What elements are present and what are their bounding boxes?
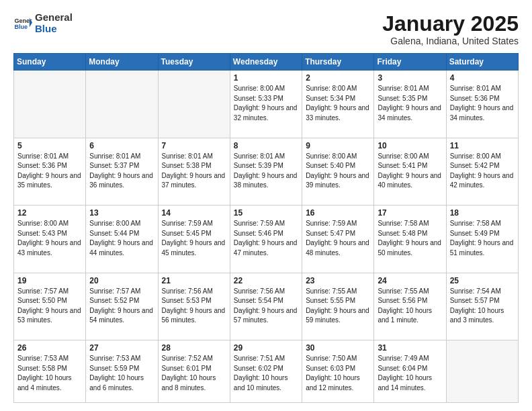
day-number: 19 [17,276,82,285]
day-info: Sunrise: 8:00 AM Sunset: 5:34 PM Dayligh… [306,84,370,123]
table-row: 19Sunrise: 7:57 AM Sunset: 5:50 PM Dayli… [14,273,86,340]
day-info: Sunrise: 7:59 AM Sunset: 5:47 PM Dayligh… [306,219,370,258]
day-number: 31 [378,343,442,353]
table-row: 28Sunrise: 7:52 AM Sunset: 6:01 PM Dayli… [158,340,230,403]
month-title: January 2025 [382,12,519,36]
table-row: 9Sunrise: 8:00 AM Sunset: 5:40 PM Daylig… [302,138,374,205]
day-number: 23 [306,276,370,285]
day-number: 27 [89,343,154,353]
table-row: 20Sunrise: 7:57 AM Sunset: 5:52 PM Dayli… [86,273,158,340]
calendar: Sunday Monday Tuesday Wednesday Thursday… [13,53,519,403]
header-thursday: Thursday [302,54,374,71]
day-info: Sunrise: 7:57 AM Sunset: 5:50 PM Dayligh… [17,287,82,326]
day-info: Sunrise: 8:00 AM Sunset: 5:41 PM Dayligh… [378,152,442,191]
table-row: 30Sunrise: 7:50 AM Sunset: 6:03 PM Dayli… [302,340,374,403]
calendar-week-row: 19Sunrise: 7:57 AM Sunset: 5:50 PM Dayli… [14,273,519,340]
day-number: 24 [378,276,442,285]
table-row: 27Sunrise: 7:53 AM Sunset: 5:59 PM Dayli… [86,340,158,403]
day-number: 18 [450,208,515,218]
day-number: 20 [89,276,154,285]
day-number: 30 [306,343,370,353]
day-number: 29 [234,343,298,353]
calendar-week-row: 1Sunrise: 8:00 AM Sunset: 5:33 PM Daylig… [14,71,519,138]
day-number: 7 [162,141,226,150]
day-info: Sunrise: 7:53 AM Sunset: 5:58 PM Dayligh… [17,354,82,393]
day-info: Sunrise: 7:59 AM Sunset: 5:45 PM Dayligh… [162,219,226,258]
day-number: 3 [378,73,442,83]
calendar-week-row: 12Sunrise: 8:00 AM Sunset: 5:43 PM Dayli… [14,205,519,273]
table-row: 31Sunrise: 7:49 AM Sunset: 6:04 PM Dayli… [374,340,446,403]
day-number: 12 [17,208,82,218]
table-row: 13Sunrise: 8:00 AM Sunset: 5:44 PM Dayli… [86,205,158,273]
day-info: Sunrise: 8:00 AM Sunset: 5:33 PM Dayligh… [234,84,298,123]
logo-general-text: General [35,11,73,23]
table-row: 3Sunrise: 8:01 AM Sunset: 5:35 PM Daylig… [374,71,446,138]
table-row: 25Sunrise: 7:54 AM Sunset: 5:57 PM Dayli… [446,273,518,340]
day-info: Sunrise: 7:59 AM Sunset: 5:46 PM Dayligh… [234,219,298,258]
day-info: Sunrise: 8:00 AM Sunset: 5:43 PM Dayligh… [17,219,82,258]
table-row [158,71,230,138]
day-info: Sunrise: 8:01 AM Sunset: 5:36 PM Dayligh… [17,152,82,191]
day-number: 4 [450,73,515,83]
table-row: 15Sunrise: 7:59 AM Sunset: 5:46 PM Dayli… [230,205,302,273]
day-number: 21 [162,276,226,285]
table-row: 1Sunrise: 8:00 AM Sunset: 5:33 PM Daylig… [230,71,302,138]
page: General Blue General Blue January 2025 G… [0,0,532,411]
day-info: Sunrise: 7:53 AM Sunset: 5:59 PM Dayligh… [89,354,154,393]
day-number: 15 [234,208,298,218]
day-info: Sunrise: 7:58 AM Sunset: 5:49 PM Dayligh… [450,219,515,258]
day-info: Sunrise: 7:56 AM Sunset: 5:53 PM Dayligh… [162,287,226,326]
day-number: 10 [378,141,442,150]
day-number: 13 [89,208,154,218]
day-number: 16 [306,208,370,218]
header-saturday: Saturday [446,54,518,71]
table-row: 14Sunrise: 7:59 AM Sunset: 5:45 PM Dayli… [158,205,230,273]
day-info: Sunrise: 8:01 AM Sunset: 5:37 PM Dayligh… [89,152,154,191]
day-number: 17 [378,208,442,218]
header-sunday: Sunday [14,54,86,71]
location: Galena, Indiana, United States [382,36,519,46]
day-info: Sunrise: 7:57 AM Sunset: 5:52 PM Dayligh… [89,287,154,326]
table-row: 17Sunrise: 7:58 AM Sunset: 5:48 PM Dayli… [374,205,446,273]
header: General Blue General Blue January 2025 G… [13,12,519,46]
day-info: Sunrise: 8:01 AM Sunset: 5:39 PM Dayligh… [234,152,298,191]
table-row: 11Sunrise: 8:00 AM Sunset: 5:42 PM Dayli… [446,138,518,205]
table-row [86,71,158,138]
table-row: 8Sunrise: 8:01 AM Sunset: 5:39 PM Daylig… [230,138,302,205]
calendar-week-row: 26Sunrise: 7:53 AM Sunset: 5:58 PM Dayli… [14,340,519,403]
logo-text: General Blue [35,12,73,34]
header-tuesday: Tuesday [158,54,230,71]
table-row: 18Sunrise: 7:58 AM Sunset: 5:49 PM Dayli… [446,205,518,273]
table-row: 12Sunrise: 8:00 AM Sunset: 5:43 PM Dayli… [14,205,86,273]
table-row: 24Sunrise: 7:55 AM Sunset: 5:56 PM Dayli… [374,273,446,340]
table-row: 5Sunrise: 8:01 AM Sunset: 5:36 PM Daylig… [14,138,86,205]
day-info: Sunrise: 7:54 AM Sunset: 5:57 PM Dayligh… [450,287,515,326]
day-info: Sunrise: 8:01 AM Sunset: 5:35 PM Dayligh… [378,84,442,123]
table-row: 21Sunrise: 7:56 AM Sunset: 5:53 PM Dayli… [158,273,230,340]
title-block: January 2025 Galena, Indiana, United Sta… [382,12,519,46]
table-row: 10Sunrise: 8:00 AM Sunset: 5:41 PM Dayli… [374,138,446,205]
day-number: 28 [162,343,226,353]
table-row: 6Sunrise: 8:01 AM Sunset: 5:37 PM Daylig… [86,138,158,205]
day-number: 22 [234,276,298,285]
logo-blue-text: Blue [35,23,57,34]
day-info: Sunrise: 7:51 AM Sunset: 6:02 PM Dayligh… [234,354,298,393]
table-row: 22Sunrise: 7:56 AM Sunset: 5:54 PM Dayli… [230,273,302,340]
table-row [446,340,518,403]
day-number: 14 [162,208,226,218]
table-row: 16Sunrise: 7:59 AM Sunset: 5:47 PM Dayli… [302,205,374,273]
day-info: Sunrise: 7:49 AM Sunset: 6:04 PM Dayligh… [378,354,442,393]
table-row: 4Sunrise: 8:01 AM Sunset: 5:36 PM Daylig… [446,71,518,138]
header-wednesday: Wednesday [230,54,302,71]
day-info: Sunrise: 8:00 AM Sunset: 5:44 PM Dayligh… [89,219,154,258]
table-row [14,71,86,138]
day-number: 8 [234,141,298,150]
logo: General Blue General Blue [13,12,73,34]
day-info: Sunrise: 8:01 AM Sunset: 5:36 PM Dayligh… [450,84,515,123]
day-info: Sunrise: 7:50 AM Sunset: 6:03 PM Dayligh… [306,354,370,393]
logo-icon: General Blue [13,14,32,33]
day-number: 9 [306,141,370,150]
day-number: 26 [17,343,82,353]
table-row: 26Sunrise: 7:53 AM Sunset: 5:58 PM Dayli… [14,340,86,403]
day-number: 25 [450,276,515,285]
